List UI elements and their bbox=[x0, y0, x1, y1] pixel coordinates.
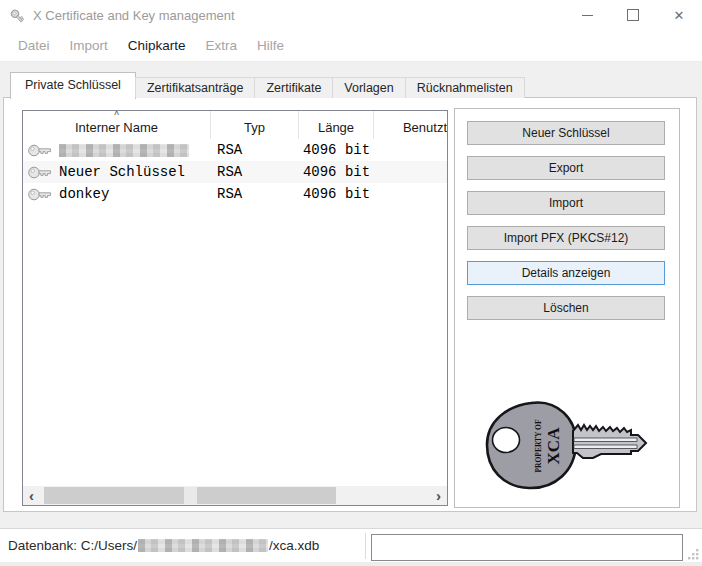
tab-ruecknahmelisten[interactable]: Rücknahmelisten bbox=[405, 77, 525, 98]
title-bar: X Certificate and Key management ✕ bbox=[0, 0, 702, 30]
column-header-laenge[interactable]: Länge bbox=[299, 111, 374, 139]
cell-interner-name bbox=[23, 144, 211, 157]
import-button[interactable]: Import bbox=[467, 191, 665, 215]
menu-datei[interactable]: Datei bbox=[8, 38, 60, 53]
chevron-right-icon: › bbox=[436, 487, 441, 504]
table-body: RSA 4096 bit Neuer Schlüssel RSA 4096 bbox=[23, 139, 447, 205]
menu-bar: Datei Import Chipkarte Extra Hilfe bbox=[0, 30, 702, 62]
redacted-user-path bbox=[138, 539, 268, 552]
key-icon bbox=[28, 188, 52, 201]
cell-typ: RSA bbox=[211, 186, 299, 202]
table-row[interactable]: Neuer Schlüssel RSA 4096 bit bbox=[23, 161, 447, 183]
column-label: Typ bbox=[244, 120, 265, 135]
close-button[interactable]: ✕ bbox=[656, 0, 702, 30]
sort-ascending-icon: ^ bbox=[114, 111, 119, 121]
cell-laenge: 4096 bit bbox=[299, 142, 374, 158]
key-icon bbox=[28, 144, 52, 157]
window-title: X Certificate and Key management bbox=[33, 8, 564, 23]
import-pfx-button[interactable]: Import PFX (PKCS#12) bbox=[467, 226, 665, 250]
database-path: Datenbank: C:/Users/ /xca.xdb bbox=[8, 538, 319, 553]
column-header-interner-name[interactable]: ^ Interner Name bbox=[23, 111, 211, 139]
close-icon: ✕ bbox=[674, 8, 685, 23]
tab-vorlagen[interactable]: Vorlagen bbox=[332, 77, 405, 98]
scrollbar-track[interactable] bbox=[40, 486, 430, 505]
resize-grip-icon[interactable] bbox=[687, 548, 699, 560]
menu-hilfe[interactable]: Hilfe bbox=[247, 38, 294, 53]
minimize-button[interactable] bbox=[564, 0, 610, 30]
tab-zertifikatsantraege[interactable]: Zertifikatsanträge bbox=[135, 77, 256, 98]
private-keys-table: ^ Interner Name Typ Länge Benutzt bbox=[22, 110, 448, 506]
minimize-icon bbox=[582, 15, 593, 16]
column-label: Länge bbox=[318, 120, 354, 135]
cell-laenge: 4096 bit bbox=[299, 186, 374, 202]
table-header: ^ Interner Name Typ Länge Benutzt bbox=[23, 111, 447, 139]
window-controls: ✕ bbox=[564, 0, 702, 30]
cell-typ: RSA bbox=[211, 164, 299, 180]
chevron-left-icon: ‹ bbox=[29, 487, 34, 504]
statusbar-search-input[interactable] bbox=[371, 534, 683, 561]
scroll-right-button[interactable]: › bbox=[430, 486, 447, 505]
tab-zertifikate[interactable]: Zertifikate bbox=[254, 77, 333, 98]
actions-panel: Neuer Schlüssel Export Import Import PFX… bbox=[454, 108, 680, 508]
scrollbar-thumb[interactable] bbox=[44, 487, 336, 504]
workspace: Private Schlüssel Zertifikatsanträge Zer… bbox=[0, 62, 702, 528]
horizontal-scrollbar[interactable]: ‹ › bbox=[23, 486, 447, 505]
app-key-icon bbox=[9, 8, 26, 25]
tab-bar: Private Schlüssel Zertifikatsanträge Zer… bbox=[10, 72, 525, 98]
database-path-suffix: /xca.xdb bbox=[269, 538, 319, 553]
scroll-left-button[interactable]: ‹ bbox=[23, 486, 40, 505]
menu-import[interactable]: Import bbox=[60, 38, 118, 53]
tab-private-schluessel[interactable]: Private Schlüssel bbox=[10, 72, 136, 99]
maximize-icon bbox=[627, 9, 639, 21]
column-header-typ[interactable]: Typ bbox=[211, 111, 299, 139]
loeschen-button[interactable]: Löschen bbox=[467, 296, 665, 320]
redacted-key-name bbox=[59, 144, 189, 157]
menu-extra[interactable]: Extra bbox=[196, 38, 248, 53]
status-bar: Datenbank: C:/Users/ /xca.xdb bbox=[0, 528, 702, 563]
menu-chipkarte[interactable]: Chipkarte bbox=[118, 38, 196, 53]
column-label: Interner Name bbox=[75, 120, 158, 135]
key-name: Neuer Schlüssel bbox=[59, 164, 185, 180]
table-row[interactable]: RSA 4096 bit bbox=[23, 139, 447, 161]
cell-laenge: 4096 bit bbox=[299, 164, 374, 180]
maximize-button[interactable] bbox=[610, 0, 656, 30]
key-large-text: XCA bbox=[544, 427, 563, 465]
cell-interner-name: Neuer Schlüssel bbox=[23, 164, 211, 180]
key-small-text: PROPERTY OF bbox=[534, 419, 543, 472]
window-bottom-edge bbox=[0, 562, 702, 566]
details-anzeigen-button[interactable]: Details anzeigen bbox=[467, 261, 665, 285]
key-name: donkey bbox=[59, 186, 109, 202]
key-icon bbox=[28, 166, 52, 179]
neuer-schluessel-button[interactable]: Neuer Schlüssel bbox=[467, 121, 665, 145]
tab-pane: ^ Interner Name Typ Länge Benutzt bbox=[3, 97, 697, 512]
export-button[interactable]: Export bbox=[467, 156, 665, 180]
column-label: Benutzt bbox=[403, 120, 447, 135]
cell-typ: RSA bbox=[211, 142, 299, 158]
cell-interner-name: donkey bbox=[23, 186, 211, 202]
xca-key-illustration: PROPERTY OF XCA bbox=[479, 397, 655, 493]
statusbar-separator bbox=[365, 533, 366, 559]
table-row[interactable]: donkey RSA 4096 bit bbox=[23, 183, 447, 205]
scrollbar-grip bbox=[184, 487, 197, 504]
column-header-benutzt[interactable]: Benutzt bbox=[374, 111, 447, 139]
database-path-prefix: Datenbank: C:/Users/ bbox=[8, 538, 137, 553]
